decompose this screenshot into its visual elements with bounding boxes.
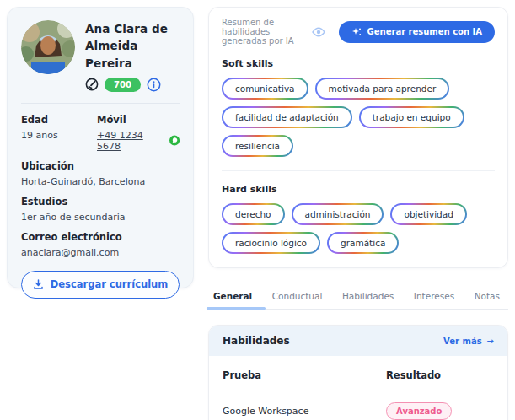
info-icon[interactable] [147, 78, 161, 92]
main-panel: Resumen de habilidades generadas por IA … [208, 7, 508, 420]
column-result: Resultado [386, 369, 494, 381]
skills-card-title: Habilidades [223, 335, 290, 347]
skills-card-header: Habilidades Ver más → [209, 326, 507, 356]
age-value: 19 años [21, 130, 97, 141]
age-block: Edad 19 años [21, 105, 97, 152]
ai-summary-title: Resumen de habilidades generadas por IA [222, 18, 312, 46]
sparkles-icon [351, 27, 362, 37]
soft-skill-tag: trabajo en equipo [359, 106, 464, 128]
page: Ana Clara de Almeida Pereira 700 [0, 0, 515, 420]
studies-label: Estudios [21, 196, 180, 207]
skills-table: Prueba Resultado Google Workspace Avanza… [209, 356, 507, 420]
profile-tabs: General Conductual Habilidades Intereses… [208, 286, 508, 310]
result-badge: Avanzado [386, 402, 452, 420]
hard-skill-tag: administración [292, 203, 384, 225]
hard-skills-title: Hard skills [222, 184, 495, 195]
skills-table-header: Prueba Resultado [223, 358, 494, 391]
soft-skill-tag: comunicativa [222, 78, 308, 100]
profile-divider [21, 103, 180, 104]
generate-ai-summary-label: Generar resumen con IA [367, 27, 482, 36]
hard-skill-tag: gramática [327, 232, 399, 254]
location-value: Horta-Guinardó, Barcelona [21, 176, 180, 187]
soft-skill-tag: facilidad de adaptación [222, 106, 352, 128]
hard-skills-list: derecho administración objetividad racio… [222, 203, 495, 254]
download-resume-label: Descargar currículum [51, 278, 169, 290]
profile-identity: Ana Clara de Almeida Pereira 700 [85, 20, 180, 92]
arrow-right-icon: → [487, 337, 494, 346]
see-more-label: Ver más [443, 337, 482, 346]
profile-name: Ana Clara de Almeida Pereira [85, 20, 180, 72]
eye-icon [312, 27, 325, 37]
age-label: Edad [21, 114, 97, 126]
phone-row: +49 1234 5678 [97, 130, 180, 152]
ai-summary-header: Resumen de habilidades generadas por IA … [222, 18, 495, 46]
email-value: anaclara@gmail.com [21, 247, 180, 258]
tab-conductual[interactable]: Conductual [269, 286, 326, 309]
profile-card: Ana Clara de Almeida Pereira 700 [7, 7, 194, 288]
soft-skill-tag: resiliencia [222, 135, 293, 157]
tab-general[interactable]: General [210, 286, 255, 309]
hard-skill-tag: objetividad [390, 203, 466, 225]
hard-skill-tag: derecho [222, 203, 285, 225]
tab-habilidades[interactable]: Habilidades [339, 286, 397, 309]
download-resume-button[interactable]: Descargar currículum [21, 271, 180, 299]
skills-section-divider [222, 170, 495, 171]
whatsapp-icon[interactable] [169, 135, 180, 146]
column-test: Prueba [223, 369, 386, 381]
studies-value: 1er año de secundaria [21, 212, 180, 223]
generate-ai-summary-button[interactable]: Generar resumen con IA [339, 21, 495, 43]
score-row: 700 [85, 78, 180, 92]
soft-skills-title: Soft skills [222, 58, 495, 69]
phone-link[interactable]: +49 1234 5678 [97, 130, 164, 152]
download-icon [33, 279, 44, 290]
email-label: Correo electrónico [21, 231, 180, 243]
profile-header: Ana Clara de Almeida Pereira 700 [21, 20, 180, 92]
score-badge: 700 [105, 78, 141, 92]
phone-label: Móvil [97, 114, 180, 126]
hard-skill-tag: raciocinio lógico [222, 232, 320, 254]
soft-skills-list: comunicativa motivada para aprender faci… [222, 78, 495, 157]
test-name: Google Workspace [223, 406, 386, 417]
gauge-icon [85, 78, 99, 91]
location-label: Ubicación [21, 160, 180, 172]
table-row: Google Workspace Avanzado [223, 391, 494, 420]
avatar-photo [21, 20, 75, 74]
tab-intereses[interactable]: Intereses [410, 286, 458, 309]
ai-summary-card: Resumen de habilidades generadas por IA … [208, 7, 508, 268]
avatar [21, 20, 75, 74]
soft-skill-tag: motivada para aprender [315, 78, 450, 100]
age-phone-grid: Edad 19 años Móvil +49 1234 5678 [21, 105, 180, 152]
test-result: Avanzado [386, 402, 494, 420]
see-more-link[interactable]: Ver más → [443, 337, 494, 346]
visibility-toggle-button[interactable] [312, 27, 325, 37]
skills-results-card: Habilidades Ver más → Prueba Resultado G… [208, 325, 508, 420]
tab-notas[interactable]: Notas [471, 286, 503, 309]
phone-block: Móvil +49 1234 5678 [97, 105, 180, 152]
